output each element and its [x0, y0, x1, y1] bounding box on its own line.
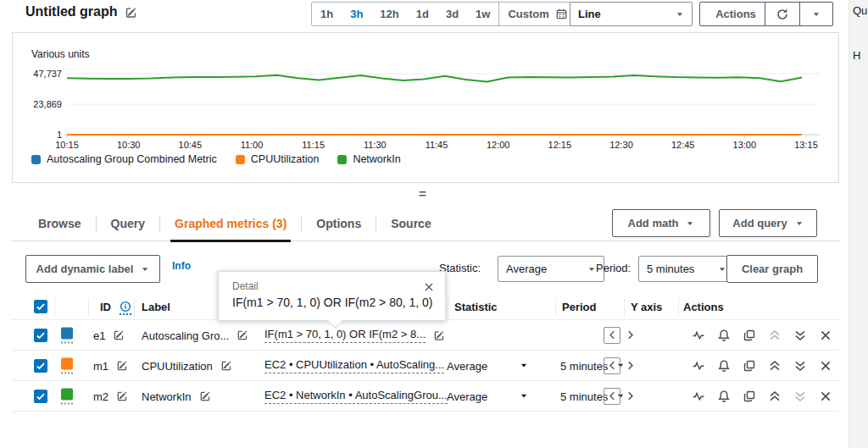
right-panel-text: H: [853, 49, 860, 62]
copy-icon[interactable]: [743, 359, 756, 373]
metric-label-cell: NetworkIn: [142, 390, 211, 402]
copy-icon[interactable]: [743, 329, 756, 342]
x-tick-label: 12:30: [609, 140, 633, 150]
time-range-custom[interactable]: Custom: [498, 3, 576, 25]
series-color-swatch[interactable]: [61, 388, 73, 404]
graph-type-select[interactable]: Line: [570, 2, 693, 26]
x-tick-label: 12:45: [671, 140, 695, 150]
metric-label-cell: Autoscaling Gro...: [142, 329, 248, 341]
legend-item[interactable]: Autoscaling Group Combined Metric: [31, 153, 217, 165]
x-tick-label: 12:00: [487, 140, 510, 150]
period-select[interactable]: 5 minutes: [638, 256, 735, 282]
edit-icon[interactable]: [199, 390, 211, 402]
chevrons-down-icon[interactable]: [793, 329, 807, 342]
row-actions: [692, 359, 832, 373]
close-icon[interactable]: [819, 390, 832, 403]
info-link[interactable]: Info: [172, 260, 191, 272]
chevrons-down-icon[interactable]: [793, 359, 807, 373]
time-range-3h[interactable]: 3h: [342, 3, 371, 25]
pulse-icon[interactable]: [692, 359, 705, 373]
time-range-1d[interactable]: 1d: [408, 3, 437, 25]
close-icon[interactable]: [423, 281, 435, 293]
y-axis-left-button[interactable]: [604, 327, 620, 344]
y-axis-title: Various units: [31, 48, 89, 60]
x-tick-label: 13:00: [733, 140, 757, 150]
y-axis-left-button[interactable]: [604, 388, 620, 405]
y-axis-left-button[interactable]: [604, 357, 620, 374]
chevrons-up-icon[interactable]: [768, 359, 782, 373]
refresh-options-button[interactable]: [799, 3, 832, 25]
add-math-button[interactable]: Add math: [612, 209, 710, 237]
chart-panel: Various units 123,86947,737 10:1510:3010…: [12, 32, 839, 183]
x-tick-label: 11:15: [302, 140, 325, 150]
x-tick-label: 11:45: [426, 140, 448, 150]
pulse-icon[interactable]: [692, 390, 705, 403]
time-range-1h[interactable]: 1h: [312, 3, 342, 25]
metric-details[interactable]: EC2 • NetworkIn • AutoScalingGrou...: [264, 389, 448, 404]
time-range-1w[interactable]: 1w: [467, 3, 498, 25]
time-range-3d[interactable]: 3d: [437, 3, 467, 25]
close-icon[interactable]: [819, 359, 832, 373]
y-axis-right-button[interactable]: [625, 329, 636, 340]
close-icon[interactable]: [819, 329, 832, 342]
tab-source[interactable]: Source: [376, 206, 445, 241]
row-actions: [692, 329, 832, 342]
bell-icon[interactable]: [717, 329, 731, 342]
clear-graph-button[interactable]: Clear graph: [726, 255, 818, 283]
edit-icon[interactable]: [116, 360, 128, 372]
tab-graphed-metrics[interactable]: Graphed metrics (3): [160, 206, 301, 241]
row-checkbox[interactable]: [34, 359, 47, 373]
add-dynamic-label-button[interactable]: Add dynamic label: [25, 255, 160, 283]
metric-id-cell: e1: [93, 329, 125, 341]
metric-id-cell: m1: [93, 359, 128, 372]
metric-label: CPUUtilization: [142, 359, 213, 372]
edit-icon[interactable]: [236, 329, 248, 341]
edit-icon[interactable]: [113, 329, 125, 341]
period-label: Period:: [596, 262, 631, 274]
tab-browse[interactable]: Browse: [24, 206, 96, 241]
x-tick-label: 10:45: [179, 140, 203, 150]
legend-swatch: [236, 155, 245, 164]
series-color-swatch[interactable]: [61, 357, 73, 373]
add-query-button[interactable]: Add query: [719, 209, 817, 237]
resize-handle[interactable]: =: [419, 186, 426, 201]
edit-icon[interactable]: [433, 329, 445, 341]
metric-details[interactable]: IF(m1 > 70, 1, 0) OR IF(m2 > 8...: [264, 328, 426, 343]
select-all-checkbox[interactable]: [34, 300, 47, 313]
y-axis-right-button[interactable]: [625, 360, 636, 371]
chevrons-up-icon[interactable]: [768, 390, 782, 403]
edit-icon[interactable]: [116, 390, 128, 402]
bell-icon[interactable]: [717, 390, 731, 403]
column-header-label: Label: [142, 301, 170, 313]
series-color-swatch[interactable]: [61, 327, 73, 343]
refresh-button[interactable]: [765, 3, 799, 25]
caret-down-icon: [718, 265, 726, 274]
info-circle-icon: [120, 301, 131, 312]
edit-icon[interactable]: [220, 360, 232, 372]
row-checkbox[interactable]: [34, 390, 47, 403]
id-info[interactable]: [120, 301, 131, 315]
time-range-group: 1h 3h 12h 1d 3d 1w Custom: [311, 2, 577, 26]
time-range-12h[interactable]: 12h: [371, 3, 407, 25]
metric-details[interactable]: EC2 • CPUUtilization • AutoScaling...: [264, 358, 444, 373]
column-header-y-axis: Y axis: [631, 301, 662, 313]
statistic-select[interactable]: Average: [498, 256, 604, 282]
table-row-e1: e1 Autoscaling Gro... IF(m1 > 70, 1, 0) …: [12, 320, 839, 351]
row-statistic-select[interactable]: Average: [447, 359, 528, 372]
legend-item[interactable]: CPUUtilization: [236, 153, 320, 165]
row-checkbox[interactable]: [34, 329, 47, 342]
right-side-panel: Qu H: [849, 0, 868, 448]
y-axis-right-button[interactable]: [625, 390, 636, 401]
copy-icon[interactable]: [743, 390, 756, 403]
legend-item[interactable]: NetworkIn: [337, 153, 400, 165]
row-statistic-select[interactable]: Average: [447, 390, 528, 402]
pulse-icon[interactable]: [692, 329, 705, 342]
tab-query[interactable]: Query: [97, 206, 159, 241]
tab-options[interactable]: Options: [302, 206, 376, 241]
edit-icon[interactable]: [125, 6, 137, 19]
chevrons-down-icon: [793, 390, 807, 403]
caret-down-icon: [587, 265, 596, 274]
y-tick-label: 23,869: [14, 99, 62, 109]
detail-tooltip: Detail IF(m1 > 70, 1, 0) OR IF(m2 > 80, …: [218, 271, 446, 321]
bell-icon[interactable]: [717, 359, 731, 373]
